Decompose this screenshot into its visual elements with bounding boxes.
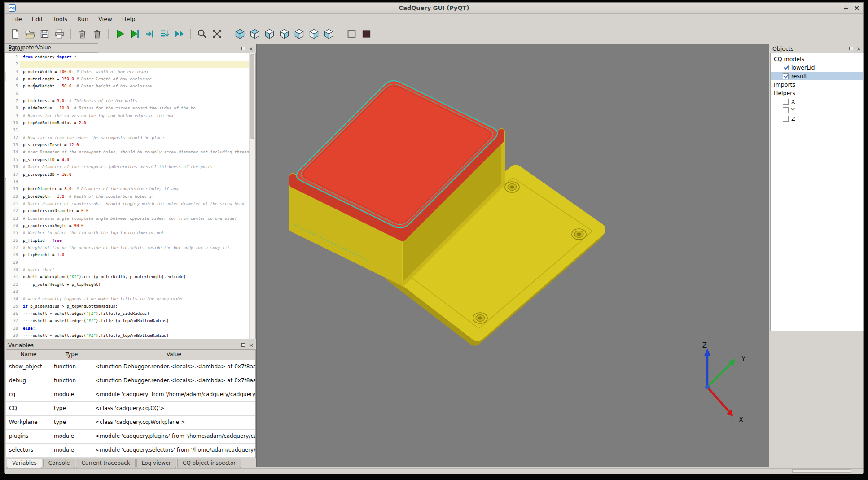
code-line[interactable]: 36····oshell = oshell.edges("|Z").fillet… (6, 310, 250, 317)
code-line[interactable]: 33 (6, 288, 250, 295)
viewport-3d[interactable]: Z Y X (256, 44, 769, 467)
tool-zoom-button[interactable] (196, 28, 208, 40)
variable-row[interactable]: cqmodule<module 'cadquery' from '/home/a… (6, 388, 255, 402)
tool-delete-button[interactable] (76, 28, 88, 40)
editor-scrollbar-thumb[interactable] (250, 54, 254, 139)
tool-print-button[interactable] (53, 28, 66, 40)
variable-row[interactable]: Planetype<class 'cadquery.occ_impl.geom.… (6, 458, 255, 458)
code-line[interactable]: 34# weird geometry happens if we make th… (6, 295, 250, 302)
menu-item-run[interactable]: Run (73, 14, 93, 24)
editor-float-button[interactable] (241, 47, 245, 50)
code-line[interactable]: 22p_countersinkDiameter = 0.0 (6, 207, 250, 214)
code-line[interactable]: 15p_screwpostID = 4.0 (6, 156, 250, 163)
variables-close-button[interactable]: × (249, 342, 254, 348)
code-line[interactable]: 35if p_sideRadius > p_topAndBottomRadius… (6, 303, 250, 310)
code-line[interactable]: 9# Radius for the curves on the top and … (6, 112, 250, 119)
code-line[interactable]: 29 (6, 259, 250, 266)
code-line[interactable]: 39····oshell = oshell.edges("#Z").fillet… (6, 332, 250, 339)
tab-cq-object-inspector[interactable]: CQ object inspector (177, 459, 241, 468)
code-line[interactable]: 5p_outerHeight = 50.0··# Outer height of… (6, 83, 250, 90)
maximize-button[interactable]: + (843, 5, 849, 11)
code-line[interactable]: 12# How far in from the edges the screwp… (6, 134, 250, 141)
tool-fit-button[interactable] (210, 28, 223, 40)
code-line[interactable]: 11 (6, 127, 250, 134)
checkbox[interactable] (783, 107, 789, 113)
variable-row[interactable]: debugfunction<function Debugger.render.<… (6, 374, 255, 388)
code-line[interactable]: 18 (6, 178, 250, 185)
code-line[interactable]: 13p_screwpostInset = 12.0 (6, 141, 250, 148)
object-item-x[interactable]: X (771, 97, 863, 106)
code-line[interactable]: 30# outer shell (6, 266, 250, 273)
tool-wireframe-button[interactable] (345, 28, 358, 40)
tool-cube-front-button[interactable] (263, 28, 276, 40)
code-line[interactable]: 4p_outerLength = 150.0·# Outer length of… (6, 75, 250, 83)
variables-column-header[interactable]: Type (51, 350, 92, 360)
tool-open-button[interactable] (23, 28, 36, 40)
code-line[interactable]: 37····oshell = oshell.edges("#Z").fillet… (6, 317, 250, 324)
visible-checkbox[interactable] (34, 83, 35, 89)
code-line[interactable]: 10p_topAndBottomRadius = 2.0 (6, 119, 250, 127)
tool-delete-all-button[interactable] (91, 28, 103, 40)
checkbox[interactable] (783, 99, 789, 105)
menu-item-help[interactable]: Help (118, 14, 140, 24)
variables-column-header[interactable]: Name (6, 350, 51, 360)
tab-current-traceback[interactable]: Current traceback (76, 459, 135, 468)
code-line[interactable]: 16# Outer Diameter of the screwposts.\nD… (6, 163, 250, 170)
code-line[interactable]: 7p_thickness = 3.0··# Thickness of the b… (6, 97, 250, 105)
tool-cube-back-button[interactable] (307, 28, 320, 40)
tab-variables[interactable]: Variables (7, 459, 42, 468)
objects-close-button[interactable]: × (856, 46, 861, 52)
tool-run-button[interactable] (114, 28, 126, 40)
tool-step-button[interactable] (143, 28, 156, 40)
code-line[interactable]: 19p_boreDiameter = 8.0··# Diameter of th… (6, 185, 250, 192)
code-line[interactable]: 38else: (6, 325, 250, 332)
tab-console[interactable]: Console (43, 459, 75, 468)
tool-cube-left-button[interactable] (293, 28, 305, 40)
code-line[interactable]: 14# nner Diameter of the screwpost holes… (6, 148, 250, 156)
code-line[interactable]: 21# Outer diameter of countersink. Shoul… (6, 200, 250, 207)
code-line[interactable]: 20p_boreDepth = 1.0··# Depth of the coun… (6, 193, 250, 200)
code-line[interactable]: 25# Whether to place the lid with the to… (6, 229, 250, 236)
tool-cube-right-button[interactable] (278, 28, 290, 40)
menu-item-edit[interactable]: Edit (27, 14, 48, 24)
editor-scrollbar[interactable] (249, 53, 255, 339)
code-line[interactable]: 26p_flipLid = True (6, 237, 250, 244)
tool-debug-button[interactable] (128, 28, 141, 40)
close-button[interactable]: × (854, 5, 859, 12)
checkbox[interactable] (783, 73, 789, 79)
code-line[interactable]: 3p_outerWidth = 100.0··# Outer width of … (6, 68, 250, 75)
code-line[interactable]: 32····p_outerHeight + p_lipHeight) (6, 281, 250, 288)
variable-row[interactable]: show_objectfunction<function Debugger.re… (6, 360, 255, 374)
menu-item-file[interactable]: File (8, 14, 26, 24)
tool-step-into-button[interactable] (158, 28, 171, 40)
tool-cube-bottom-button[interactable] (322, 28, 335, 40)
object-item-y[interactable]: Y (771, 106, 863, 114)
title-bar[interactable]: cq CadQuery GUI (PyQT) – + × (5, 3, 863, 14)
variable-row[interactable]: CQtype<class 'cadquery.cq.CQ'> (6, 402, 255, 416)
variable-row[interactable]: pluginsmodule<module 'cadquery.plugins' … (6, 430, 255, 444)
variables-float-button[interactable] (241, 343, 245, 347)
code-line[interactable]: 23# Countersink angle (complete angle be… (6, 215, 250, 222)
code-line[interactable]: 1from cadquery import * (6, 53, 250, 61)
code-line[interactable]: 2 (6, 61, 250, 68)
checkbox[interactable] (783, 65, 789, 70)
tool-continue-button[interactable] (173, 28, 185, 40)
variables-column-header[interactable]: Value (92, 350, 255, 360)
code-line[interactable]: 8p_sideRadius = 10.0··# Radius for the c… (6, 105, 250, 112)
code-line[interactable]: 27# Height of lip on the underside of th… (6, 244, 250, 251)
tool-new-button[interactable] (9, 28, 21, 40)
code-line[interactable]: 31oshell = Workplane("XY").rect(p_outerW… (6, 273, 250, 280)
object-item-lowerlid[interactable]: lowerLid (771, 63, 863, 72)
editor-content[interactable]: 1from cadquery import *23p_outerWidth = … (6, 53, 250, 339)
menu-item-tools[interactable]: Tools (48, 14, 72, 24)
variable-row[interactable]: Workplanetype<class 'cadquery.cq.Workpla… (6, 416, 255, 430)
objects-float-button[interactable] (849, 47, 853, 50)
code-line[interactable]: 17p_screwpostOD = 10.0 (6, 171, 250, 178)
tool-shaded-button[interactable] (360, 28, 373, 40)
viewport-canvas[interactable]: Z Y X (257, 44, 769, 467)
tool-save-button[interactable] (38, 28, 51, 40)
tool-cube-iso-button[interactable] (233, 28, 246, 40)
object-item-z[interactable]: Z (771, 114, 863, 123)
tool-cube-top-button[interactable] (248, 28, 261, 40)
code-line[interactable]: 24p_countersinkAngle = 90.0 (6, 222, 250, 229)
